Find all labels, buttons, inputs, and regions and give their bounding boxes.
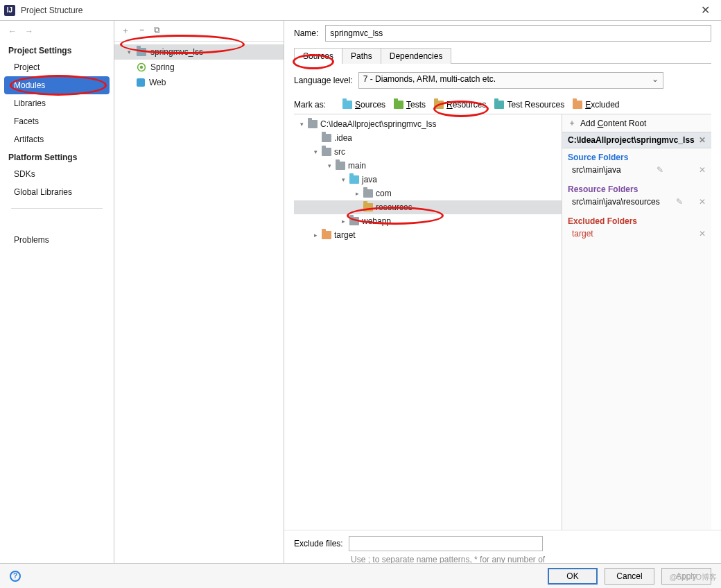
sidebar-item-artifacts[interactable]: Artifacts [0,130,114,148]
chevron-right-icon[interactable]: ▸ [312,232,319,239]
tree-item[interactable]: ▾java [294,173,562,187]
source-folder-entry[interactable]: src\main\java ✎ ✕ [562,164,711,180]
nav-forward-icon[interactable]: → [25,26,33,36]
sources-folder-icon [342,101,352,109]
chevron-down-icon[interactable]: ▾ [340,176,347,183]
tree-label: C:\IdeaAllproject\springmvc_lss [320,119,436,129]
facet-web[interactable]: Web [114,75,284,90]
folder-path: target [572,229,593,239]
module-root[interactable]: ▾ springmvc_lss [114,44,284,60]
sidebar-item-problems[interactable]: Problems [0,231,114,249]
tab-paths[interactable]: Paths [342,48,381,64]
tree-label: com [376,189,392,198]
remove-icon[interactable]: ✕ [699,197,706,207]
tests-folder-icon [394,101,403,109]
dialog-footer: ? OK Cancel Apply [0,563,721,588]
copy-icon[interactable]: ⧉ [154,25,160,37]
content-roots-panel: ＋ Add Content Root C:\IdeaAllproject\spr… [562,114,711,530]
tree-item[interactable]: ▸target [294,228,562,242]
mark-excluded-button[interactable]: Excluded [570,100,622,110]
resource-folders-heading: Resource Folders [562,180,711,196]
divider [11,208,103,209]
facet-label: Spring [150,62,175,72]
sidebar-item-sdks[interactable]: SDKs [0,165,114,183]
tree-item[interactable]: ▸webapp [294,214,562,228]
add-icon[interactable]: ＋ [121,25,130,37]
remove-icon[interactable]: ✕ [699,165,706,175]
window-title: Project Structure [21,6,82,15]
mark-resources-button[interactable]: Resources [431,100,489,110]
sidebar-item-global-libraries[interactable]: Global Libraries [0,183,114,201]
edit-icon[interactable]: ✎ [657,165,663,175]
remove-root-icon[interactable]: ✕ [699,135,706,145]
language-level-combo[interactable]: 7 - Diamonds, ARM, multi-catch etc. [358,72,663,89]
excluded-folder-entry[interactable]: target ✕ [562,227,711,244]
folder-path: src\main\java [572,165,621,175]
folder-path: src\main\java\resources [572,197,660,207]
tab-sources[interactable]: Sources [294,48,342,64]
module-name-input[interactable] [325,25,711,42]
language-level-label: Language level: [294,76,353,85]
remove-icon[interactable]: ✕ [699,229,706,239]
folder-icon [336,162,345,170]
folder-icon [322,148,331,156]
ok-button[interactable]: OK [548,568,598,585]
sidebar-item-project[interactable]: Project [0,58,114,76]
tab-dependencies[interactable]: Dependencies [381,48,452,64]
sidebar-item-facets[interactable]: Facets [0,112,114,130]
module-editor-panel: Name: Sources Paths Dependencies Languag… [284,21,721,579]
facet-label: Web [149,78,166,87]
name-label: Name: [294,28,318,38]
content-root-tree: ▾ C:\IdeaAllproject\springmvc_lss .idea … [294,114,562,530]
spring-icon: ⦿ [137,62,146,73]
chevron-down-icon[interactable]: ▾ [298,121,305,128]
resources-folder-icon [363,203,373,211]
sidebar-item-modules[interactable]: Modules [4,76,110,94]
chevron-right-icon[interactable]: ▸ [340,218,347,225]
exclude-files-input[interactable] [349,536,543,551]
section-project-settings: Project Settings [0,42,114,58]
tree-label: .idea [334,133,352,143]
chevron-down-icon[interactable]: ▾ [125,49,132,55]
folder-icon [349,217,359,225]
sidebar-item-libraries[interactable]: Libraries [0,94,114,112]
add-content-root-button[interactable]: Add Content Root [580,119,646,128]
close-icon[interactable]: ✕ [689,0,721,21]
test-resources-folder-icon [494,101,504,109]
nav-back-icon[interactable]: ← [8,26,17,36]
resources-folder-icon [434,101,444,109]
section-platform-settings: Platform Settings [0,148,114,165]
facet-spring[interactable]: ⦿ Spring [114,60,284,75]
tree-item[interactable]: ▾src [294,145,562,159]
tree-item[interactable]: .idea [294,131,562,145]
tree-label: java [362,175,377,184]
cancel-button[interactable]: Cancel [605,568,654,585]
edit-icon[interactable]: ✎ [676,197,683,207]
content-root-path[interactable]: C:\IdeaAllproject\springmvc_lss ✕ [562,132,711,148]
tree-label: resources [376,202,412,212]
path-label: C:\IdeaAllproject\springmvc_lss [568,135,695,145]
chevron-down-icon[interactable]: ▾ [312,148,319,155]
exclude-files-label: Exclude files: [294,539,343,548]
plus-icon[interactable]: ＋ [568,117,576,129]
tree-item-selected[interactable]: resources [294,200,562,214]
module-icon [137,48,146,56]
app-icon: IJ [4,5,15,16]
settings-sidebar: ← → Project Settings Project Modules Lib… [0,21,114,579]
chevron-down-icon[interactable]: ▾ [326,162,333,169]
help-icon[interactable]: ? [10,571,21,582]
tree-item[interactable]: ▸com [294,187,562,200]
excluded-folders-heading: Excluded Folders [562,212,711,227]
mark-tests-button[interactable]: Tests [391,100,428,110]
resource-folder-entry[interactable]: src\main\java\resources ✎ ✕ [562,196,711,212]
mark-test-resources-button[interactable]: Test Resources [492,100,567,110]
mark-sources-button[interactable]: SSourcesources [340,100,388,110]
tree-root[interactable]: ▾ C:\IdeaAllproject\springmvc_lss [294,117,562,131]
remove-icon[interactable]: − [139,25,144,37]
apply-button[interactable]: Apply [661,568,711,585]
chevron-right-icon[interactable]: ▸ [354,190,360,197]
module-label: springmvc_lss [150,47,203,57]
folder-icon [308,120,318,128]
tree-item[interactable]: ▾main [294,159,562,173]
folder-icon [322,134,331,142]
